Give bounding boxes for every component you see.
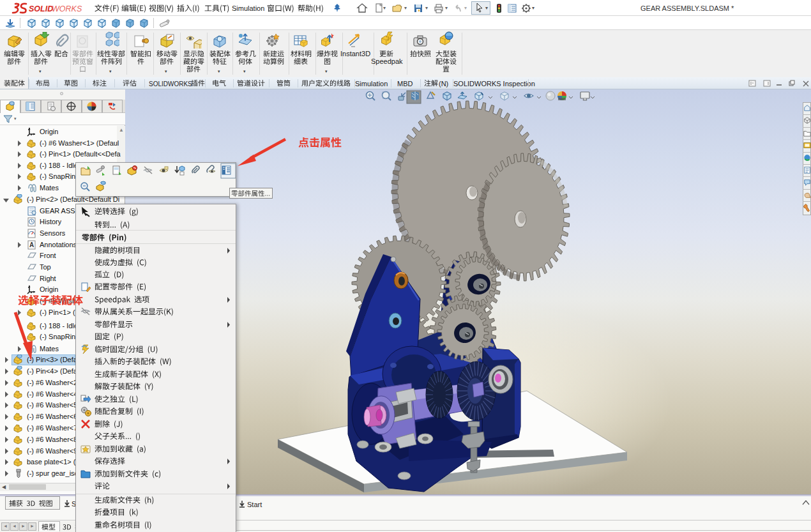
svg-text:A: A [29, 241, 34, 248]
svg-text:SOLID: SOLID [29, 4, 53, 13]
svg-text:WORKS: WORKS [52, 4, 82, 13]
